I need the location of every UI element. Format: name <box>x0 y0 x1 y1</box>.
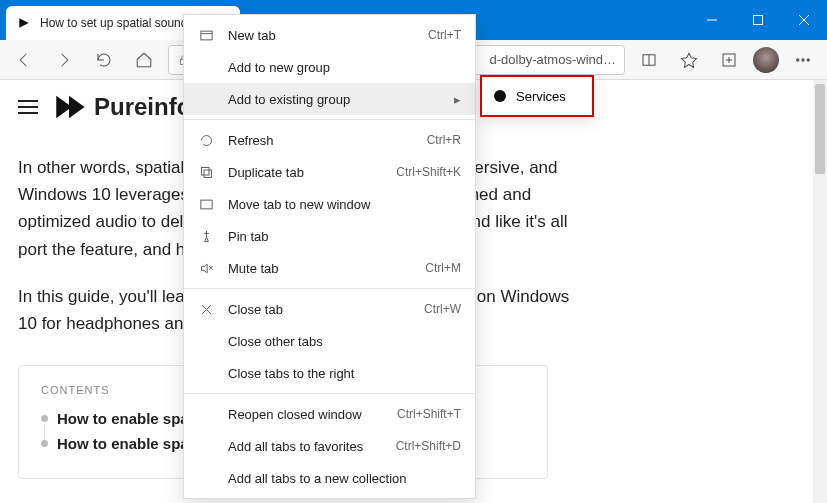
submenu-item-services[interactable]: Services <box>482 81 592 111</box>
minimize-button[interactable] <box>689 0 735 40</box>
vertical-scrollbar[interactable] <box>813 80 827 503</box>
menu-separator <box>184 119 475 120</box>
menu-icon[interactable] <box>18 100 38 114</box>
new-tab-icon <box>198 28 214 43</box>
menu-item-mute[interactable]: Mute tab Ctrl+M <box>184 252 475 284</box>
forward-button[interactable] <box>48 44 80 76</box>
chevron-right-icon: ▸ <box>454 92 461 107</box>
collections-button[interactable] <box>713 44 745 76</box>
refresh-icon <box>198 133 214 148</box>
maximize-button[interactable] <box>735 0 781 40</box>
existing-group-submenu: Services <box>480 75 594 117</box>
refresh-button[interactable] <box>88 44 120 76</box>
svg-marker-7 <box>682 53 697 67</box>
address-text: d-dolby-atmos-wind… <box>490 52 616 67</box>
svg-rect-17 <box>204 170 212 178</box>
menu-separator <box>184 393 475 394</box>
menu-item-close-other[interactable]: Close other tabs <box>184 325 475 357</box>
menu-item-close-right[interactable]: Close tabs to the right <box>184 357 475 389</box>
menu-item-reopen[interactable]: Reopen closed window Ctrl+Shift+T <box>184 398 475 430</box>
svg-point-11 <box>797 58 799 60</box>
duplicate-icon <box>198 165 214 180</box>
svg-rect-14 <box>200 31 211 40</box>
menu-item-move-window[interactable]: Move tab to new window <box>184 188 475 220</box>
window-controls <box>689 0 827 40</box>
menu-separator <box>184 288 475 289</box>
tab-context-menu: New tab Ctrl+T Add to new group Add to e… <box>183 14 476 499</box>
menu-item-pin[interactable]: Pin tab <box>184 220 475 252</box>
mute-icon <box>198 261 214 276</box>
menu-item-add-collection[interactable]: Add all tabs to a new collection <box>184 462 475 494</box>
svg-rect-1 <box>754 16 763 25</box>
svg-rect-18 <box>200 200 211 209</box>
menu-item-close-tab[interactable]: Close tab Ctrl+W <box>184 293 475 325</box>
window-icon <box>198 197 214 212</box>
pin-icon <box>198 229 214 244</box>
menu-item-new-tab[interactable]: New tab Ctrl+T <box>184 19 475 51</box>
svg-point-13 <box>807 58 809 60</box>
profile-avatar[interactable] <box>753 47 779 73</box>
menu-item-refresh[interactable]: Refresh Ctrl+R <box>184 124 475 156</box>
home-button[interactable] <box>128 44 160 76</box>
scrollbar-thumb[interactable] <box>815 84 825 174</box>
tab-favicon <box>16 15 32 31</box>
svg-point-12 <box>802 58 804 60</box>
close-window-button[interactable] <box>781 0 827 40</box>
back-button[interactable] <box>8 44 40 76</box>
close-icon <box>198 302 214 317</box>
svg-rect-16 <box>201 167 209 175</box>
menu-item-add-favorites[interactable]: Add all tabs to favorites Ctrl+Shift+D <box>184 430 475 462</box>
menu-item-duplicate[interactable]: Duplicate tab Ctrl+Shift+K <box>184 156 475 188</box>
reading-view-button[interactable] <box>633 44 665 76</box>
more-menu-button[interactable] <box>787 44 819 76</box>
menu-item-add-existing-group[interactable]: Add to existing group ▸ <box>184 83 475 115</box>
favorite-button[interactable] <box>673 44 705 76</box>
menu-item-add-new-group[interactable]: Add to new group <box>184 51 475 83</box>
group-color-dot <box>494 90 506 102</box>
